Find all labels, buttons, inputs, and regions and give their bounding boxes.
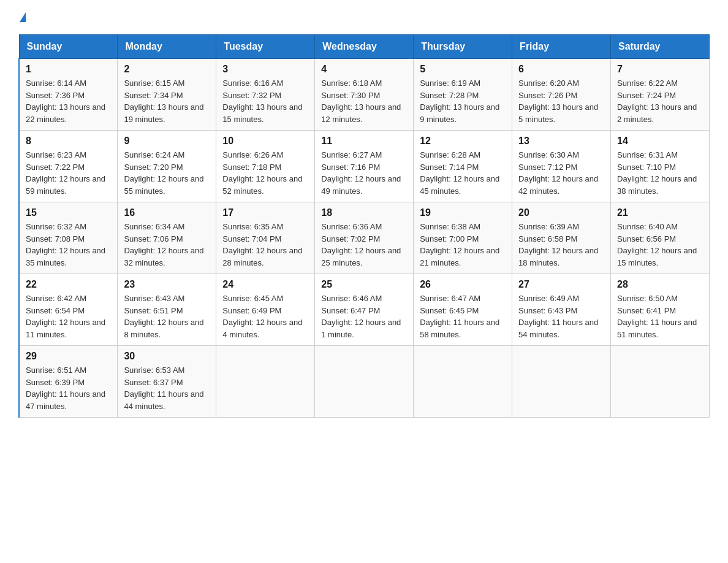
calendar-cell: 27Sunrise: 6:49 AMSunset: 6:43 PMDayligh…: [512, 274, 611, 346]
week-row-5: 29Sunrise: 6:51 AMSunset: 6:39 PMDayligh…: [19, 346, 710, 418]
day-number: 10: [222, 136, 308, 147]
day-number: 17: [222, 207, 308, 218]
calendar-cell: 17Sunrise: 6:35 AMSunset: 7:04 PMDayligh…: [216, 202, 315, 274]
calendar-cell: 29Sunrise: 6:51 AMSunset: 6:39 PMDayligh…: [19, 346, 118, 418]
calendar-cell: 10Sunrise: 6:26 AMSunset: 7:18 PMDayligh…: [216, 131, 315, 202]
week-row-1: 1Sunrise: 6:14 AMSunset: 7:36 PMDaylight…: [19, 59, 710, 131]
calendar-cell: 21Sunrise: 6:40 AMSunset: 6:56 PMDayligh…: [611, 202, 710, 274]
calendar-cell: 12Sunrise: 6:28 AMSunset: 7:14 PMDayligh…: [414, 131, 512, 202]
calendar-cell: 7Sunrise: 6:22 AMSunset: 7:24 PMDaylight…: [611, 59, 710, 131]
day-info: Sunrise: 6:50 AMSunset: 6:41 PMDaylight:…: [617, 293, 703, 340]
day-number: 28: [617, 279, 703, 290]
calendar-cell: 9Sunrise: 6:24 AMSunset: 7:20 PMDaylight…: [118, 131, 216, 202]
day-number: 23: [124, 279, 210, 290]
day-info: Sunrise: 6:31 AMSunset: 7:10 PMDaylight:…: [617, 149, 703, 197]
calendar-cell: [315, 346, 414, 418]
calendar-cell: 8Sunrise: 6:23 AMSunset: 7:22 PMDaylight…: [19, 131, 118, 202]
day-info: Sunrise: 6:42 AMSunset: 6:54 PMDaylight:…: [26, 293, 111, 340]
day-number: 14: [617, 136, 703, 147]
header-friday: Friday: [512, 35, 611, 59]
day-info: Sunrise: 6:53 AMSunset: 6:37 PMDaylight:…: [124, 364, 210, 412]
day-info: Sunrise: 6:34 AMSunset: 7:06 PMDaylight:…: [124, 221, 210, 269]
header-monday: Monday: [118, 35, 216, 59]
week-row-4: 22Sunrise: 6:42 AMSunset: 6:54 PMDayligh…: [19, 274, 710, 346]
day-number: 18: [321, 207, 407, 218]
day-info: Sunrise: 6:28 AMSunset: 7:14 PMDaylight:…: [420, 149, 506, 197]
day-number: 16: [124, 207, 210, 218]
calendar-cell: 19Sunrise: 6:38 AMSunset: 7:00 PMDayligh…: [414, 202, 512, 274]
day-number: 27: [518, 279, 604, 290]
day-info: Sunrise: 6:32 AMSunset: 7:08 PMDaylight:…: [26, 221, 111, 269]
calendar-cell: 13Sunrise: 6:30 AMSunset: 7:12 PMDayligh…: [512, 131, 611, 202]
calendar-cell: 6Sunrise: 6:20 AMSunset: 7:26 PMDaylight…: [512, 59, 611, 131]
day-info: Sunrise: 6:18 AMSunset: 7:30 PMDaylight:…: [321, 77, 407, 125]
header-wednesday: Wednesday: [315, 35, 414, 59]
day-info: Sunrise: 6:35 AMSunset: 7:04 PMDaylight:…: [222, 221, 308, 269]
day-info: Sunrise: 6:39 AMSunset: 6:58 PMDaylight:…: [518, 221, 604, 269]
day-info: Sunrise: 6:43 AMSunset: 6:51 PMDaylight:…: [124, 293, 210, 340]
day-info: Sunrise: 6:26 AMSunset: 7:18 PMDaylight:…: [222, 149, 308, 197]
calendar-cell: 2Sunrise: 6:15 AMSunset: 7:34 PMDaylight…: [118, 59, 216, 131]
calendar-cell: 14Sunrise: 6:31 AMSunset: 7:10 PMDayligh…: [611, 131, 710, 202]
day-number: 2: [124, 64, 210, 75]
calendar-cell: 5Sunrise: 6:19 AMSunset: 7:28 PMDaylight…: [414, 59, 512, 131]
logo-triangle-icon: [20, 12, 26, 22]
calendar-cell: 24Sunrise: 6:45 AMSunset: 6:49 PMDayligh…: [216, 274, 315, 346]
day-number: 13: [518, 136, 604, 147]
calendar-cell: 3Sunrise: 6:16 AMSunset: 7:32 PMDaylight…: [216, 59, 315, 131]
header-saturday: Saturday: [611, 35, 710, 59]
day-info: Sunrise: 6:15 AMSunset: 7:34 PMDaylight:…: [124, 77, 210, 125]
calendar-cell: 30Sunrise: 6:53 AMSunset: 6:37 PMDayligh…: [118, 346, 216, 418]
day-info: Sunrise: 6:19 AMSunset: 7:28 PMDaylight:…: [420, 77, 506, 125]
day-number: 7: [617, 64, 703, 75]
day-number: 24: [222, 279, 308, 290]
header-sunday: Sunday: [19, 35, 118, 59]
day-number: 5: [420, 64, 506, 75]
week-row-2: 8Sunrise: 6:23 AMSunset: 7:22 PMDaylight…: [19, 131, 710, 202]
day-number: 26: [420, 279, 506, 290]
calendar-cell: 26Sunrise: 6:47 AMSunset: 6:45 PMDayligh…: [414, 274, 512, 346]
day-info: Sunrise: 6:49 AMSunset: 6:43 PMDaylight:…: [518, 293, 604, 340]
calendar-cell: [414, 346, 512, 418]
calendar-cell: 4Sunrise: 6:18 AMSunset: 7:30 PMDaylight…: [315, 59, 414, 131]
calendar-cell: 18Sunrise: 6:36 AMSunset: 7:02 PMDayligh…: [315, 202, 414, 274]
day-number: 4: [321, 64, 407, 75]
day-number: 15: [26, 207, 111, 218]
day-number: 22: [26, 279, 111, 290]
calendar-cell: 20Sunrise: 6:39 AMSunset: 6:58 PMDayligh…: [512, 202, 611, 274]
calendar-cell: [216, 346, 315, 418]
calendar-cell: 11Sunrise: 6:27 AMSunset: 7:16 PMDayligh…: [315, 131, 414, 202]
day-info: Sunrise: 6:36 AMSunset: 7:02 PMDaylight:…: [321, 221, 407, 269]
day-number: 8: [26, 136, 111, 147]
calendar-body: 1Sunrise: 6:14 AMSunset: 7:36 PMDaylight…: [19, 59, 710, 418]
day-info: Sunrise: 6:51 AMSunset: 6:39 PMDaylight:…: [26, 364, 111, 412]
day-info: Sunrise: 6:40 AMSunset: 6:56 PMDaylight:…: [617, 221, 703, 269]
day-number: 20: [518, 207, 604, 218]
calendar-cell: [512, 346, 611, 418]
day-number: 29: [26, 351, 111, 362]
day-info: Sunrise: 6:22 AMSunset: 7:24 PMDaylight:…: [617, 77, 703, 125]
day-info: Sunrise: 6:38 AMSunset: 7:00 PMDaylight:…: [420, 221, 506, 269]
calendar-cell: 28Sunrise: 6:50 AMSunset: 6:41 PMDayligh…: [611, 274, 710, 346]
day-info: Sunrise: 6:23 AMSunset: 7:22 PMDaylight:…: [26, 149, 111, 197]
calendar-header: SundayMondayTuesdayWednesdayThursdayFrid…: [19, 35, 710, 59]
calendar-cell: [611, 346, 710, 418]
day-info: Sunrise: 6:20 AMSunset: 7:26 PMDaylight:…: [518, 77, 604, 125]
day-number: 21: [617, 207, 703, 218]
day-number: 9: [124, 136, 210, 147]
day-info: Sunrise: 6:30 AMSunset: 7:12 PMDaylight:…: [518, 149, 604, 197]
calendar-cell: 25Sunrise: 6:46 AMSunset: 6:47 PMDayligh…: [315, 274, 414, 346]
day-number: 25: [321, 279, 407, 290]
header-tuesday: Tuesday: [216, 35, 315, 59]
day-number: 3: [222, 64, 308, 75]
day-info: Sunrise: 6:47 AMSunset: 6:45 PMDaylight:…: [420, 293, 506, 340]
day-info: Sunrise: 6:14 AMSunset: 7:36 PMDaylight:…: [26, 77, 111, 125]
day-number: 1: [26, 64, 111, 75]
calendar-cell: 15Sunrise: 6:32 AMSunset: 7:08 PMDayligh…: [19, 202, 118, 274]
calendar-cell: 1Sunrise: 6:14 AMSunset: 7:36 PMDaylight…: [19, 59, 118, 131]
day-number: 19: [420, 207, 506, 218]
page-header: [18, 12, 710, 22]
day-number: 12: [420, 136, 506, 147]
day-info: Sunrise: 6:16 AMSunset: 7:32 PMDaylight:…: [222, 77, 308, 125]
day-info: Sunrise: 6:27 AMSunset: 7:16 PMDaylight:…: [321, 149, 407, 197]
